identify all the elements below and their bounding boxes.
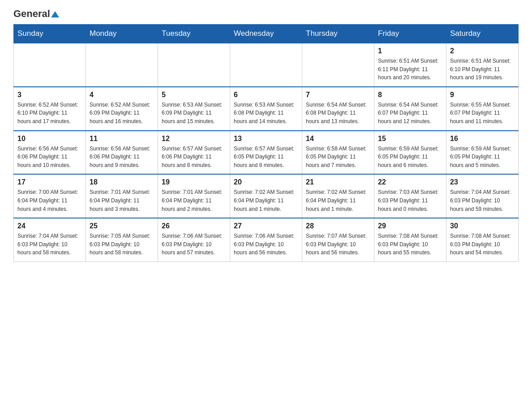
- day-info: Sunrise: 7:01 AM Sunset: 6:04 PM Dayligh…: [90, 188, 154, 213]
- day-number: 26: [162, 222, 226, 230]
- calendar-cell: 13Sunrise: 6:57 AM Sunset: 6:05 PM Dayli…: [230, 131, 302, 175]
- day-info: Sunrise: 6:53 AM Sunset: 6:08 PM Dayligh…: [234, 101, 298, 126]
- day-info: Sunrise: 7:05 AM Sunset: 6:03 PM Dayligh…: [90, 232, 154, 257]
- calendar-cell: 1Sunrise: 6:51 AM Sunset: 6:11 PM Daylig…: [374, 43, 446, 87]
- day-number: 13: [234, 135, 298, 143]
- day-number: 6: [234, 91, 298, 99]
- calendar-cell: 2Sunrise: 6:51 AM Sunset: 6:10 PM Daylig…: [446, 43, 519, 87]
- calendar-cell: 7Sunrise: 6:54 AM Sunset: 6:08 PM Daylig…: [302, 87, 374, 131]
- day-number: 23: [450, 178, 515, 186]
- weekday-header-row: SundayMondayTuesdayWednesdayThursdayFrid…: [14, 25, 519, 43]
- calendar-table: SundayMondayTuesdayWednesdayThursdayFrid…: [13, 24, 519, 262]
- day-info: Sunrise: 7:07 AM Sunset: 6:03 PM Dayligh…: [306, 232, 370, 257]
- logo: General: [13, 9, 59, 20]
- calendar-cell: 14Sunrise: 6:58 AM Sunset: 6:05 PM Dayli…: [302, 131, 374, 175]
- calendar-cell: 3Sunrise: 6:52 AM Sunset: 6:10 PM Daylig…: [14, 87, 86, 131]
- day-info: Sunrise: 6:56 AM Sunset: 6:06 PM Dayligh…: [17, 145, 82, 170]
- day-info: Sunrise: 6:51 AM Sunset: 6:11 PM Dayligh…: [378, 57, 442, 82]
- day-info: Sunrise: 6:55 AM Sunset: 6:07 PM Dayligh…: [450, 101, 515, 126]
- day-number: 22: [378, 178, 442, 186]
- day-info: Sunrise: 6:54 AM Sunset: 6:07 PM Dayligh…: [378, 101, 442, 126]
- day-number: 10: [17, 135, 82, 143]
- day-info: Sunrise: 7:08 AM Sunset: 6:03 PM Dayligh…: [378, 232, 442, 257]
- logo-line1: General: [13, 9, 59, 19]
- weekday-header-thursday: Thursday: [302, 25, 374, 43]
- week-row-2: 3Sunrise: 6:52 AM Sunset: 6:10 PM Daylig…: [14, 87, 519, 131]
- weekday-header-friday: Friday: [374, 25, 446, 43]
- day-number: 15: [378, 135, 442, 143]
- calendar-cell: 27Sunrise: 7:06 AM Sunset: 6:03 PM Dayli…: [230, 218, 302, 261]
- calendar-cell: 16Sunrise: 6:59 AM Sunset: 6:05 PM Dayli…: [446, 131, 519, 175]
- calendar-cell: 20Sunrise: 7:02 AM Sunset: 6:04 PM Dayli…: [230, 174, 302, 218]
- week-row-1: 1Sunrise: 6:51 AM Sunset: 6:11 PM Daylig…: [14, 43, 519, 87]
- weekday-header-tuesday: Tuesday: [158, 25, 230, 43]
- calendar-cell: 26Sunrise: 7:06 AM Sunset: 6:03 PM Dayli…: [158, 218, 230, 261]
- day-number: 29: [378, 222, 442, 230]
- day-info: Sunrise: 7:06 AM Sunset: 6:03 PM Dayligh…: [234, 232, 298, 257]
- day-info: Sunrise: 6:51 AM Sunset: 6:10 PM Dayligh…: [450, 57, 515, 82]
- weekday-header-saturday: Saturday: [446, 25, 519, 43]
- calendar-cell: 12Sunrise: 6:57 AM Sunset: 6:06 PM Dayli…: [158, 131, 230, 175]
- calendar-cell: 21Sunrise: 7:02 AM Sunset: 6:04 PM Dayli…: [302, 174, 374, 218]
- day-number: 17: [17, 178, 82, 186]
- day-number: 8: [378, 91, 442, 99]
- calendar-cell: 6Sunrise: 6:53 AM Sunset: 6:08 PM Daylig…: [230, 87, 302, 131]
- calendar-cell: 25Sunrise: 7:05 AM Sunset: 6:03 PM Dayli…: [86, 218, 158, 261]
- day-info: Sunrise: 6:52 AM Sunset: 6:10 PM Dayligh…: [17, 101, 82, 126]
- calendar-cell: 22Sunrise: 7:03 AM Sunset: 6:03 PM Dayli…: [374, 174, 446, 218]
- calendar-cell: 5Sunrise: 6:53 AM Sunset: 6:09 PM Daylig…: [158, 87, 230, 131]
- day-number: 7: [306, 91, 370, 99]
- calendar-cell: 17Sunrise: 7:00 AM Sunset: 6:04 PM Dayli…: [14, 174, 86, 218]
- calendar-cell: 28Sunrise: 7:07 AM Sunset: 6:03 PM Dayli…: [302, 218, 374, 261]
- day-number: 19: [162, 178, 226, 186]
- calendar-cell: 29Sunrise: 7:08 AM Sunset: 6:03 PM Dayli…: [374, 218, 446, 261]
- day-info: Sunrise: 7:06 AM Sunset: 6:03 PM Dayligh…: [162, 232, 226, 257]
- day-info: Sunrise: 6:58 AM Sunset: 6:05 PM Dayligh…: [306, 145, 370, 170]
- day-info: Sunrise: 6:59 AM Sunset: 6:05 PM Dayligh…: [378, 145, 442, 170]
- calendar-cell: [14, 43, 86, 87]
- day-number: 28: [306, 222, 370, 230]
- week-row-4: 17Sunrise: 7:00 AM Sunset: 6:04 PM Dayli…: [14, 174, 519, 218]
- day-info: Sunrise: 6:56 AM Sunset: 6:06 PM Dayligh…: [90, 145, 154, 170]
- calendar-cell: 11Sunrise: 6:56 AM Sunset: 6:06 PM Dayli…: [86, 131, 158, 175]
- calendar-cell: 23Sunrise: 7:04 AM Sunset: 6:03 PM Dayli…: [446, 174, 519, 218]
- calendar-cell: 19Sunrise: 7:01 AM Sunset: 6:04 PM Dayli…: [158, 174, 230, 218]
- calendar-cell: [302, 43, 374, 87]
- weekday-header-wednesday: Wednesday: [230, 25, 302, 43]
- day-info: Sunrise: 6:57 AM Sunset: 6:05 PM Dayligh…: [234, 145, 298, 170]
- calendar-cell: [86, 43, 158, 87]
- day-info: Sunrise: 6:57 AM Sunset: 6:06 PM Dayligh…: [162, 145, 226, 170]
- day-number: 12: [162, 135, 226, 143]
- calendar-cell: 4Sunrise: 6:52 AM Sunset: 6:09 PM Daylig…: [86, 87, 158, 131]
- day-number: 1: [378, 47, 442, 55]
- day-info: Sunrise: 7:08 AM Sunset: 6:03 PM Dayligh…: [450, 232, 515, 257]
- day-number: 5: [162, 91, 226, 99]
- day-number: 16: [450, 135, 515, 143]
- day-number: 4: [90, 91, 154, 99]
- day-info: Sunrise: 7:02 AM Sunset: 6:04 PM Dayligh…: [234, 188, 298, 213]
- page-header: General: [13, 9, 519, 20]
- calendar-cell: 10Sunrise: 6:56 AM Sunset: 6:06 PM Dayli…: [14, 131, 86, 175]
- week-row-5: 24Sunrise: 7:04 AM Sunset: 6:03 PM Dayli…: [14, 218, 519, 261]
- day-number: 21: [306, 178, 370, 186]
- weekday-header-monday: Monday: [86, 25, 158, 43]
- calendar-cell: 18Sunrise: 7:01 AM Sunset: 6:04 PM Dayli…: [86, 174, 158, 218]
- day-info: Sunrise: 7:04 AM Sunset: 6:03 PM Dayligh…: [17, 232, 82, 257]
- weekday-header-sunday: Sunday: [14, 25, 86, 43]
- day-number: 24: [17, 222, 82, 230]
- day-info: Sunrise: 7:03 AM Sunset: 6:03 PM Dayligh…: [378, 188, 442, 213]
- calendar-cell: 24Sunrise: 7:04 AM Sunset: 6:03 PM Dayli…: [14, 218, 86, 261]
- day-number: 20: [234, 178, 298, 186]
- day-info: Sunrise: 7:04 AM Sunset: 6:03 PM Dayligh…: [450, 188, 515, 213]
- day-info: Sunrise: 6:52 AM Sunset: 6:09 PM Dayligh…: [90, 101, 154, 126]
- day-info: Sunrise: 6:59 AM Sunset: 6:05 PM Dayligh…: [450, 145, 515, 170]
- calendar-cell: 30Sunrise: 7:08 AM Sunset: 6:03 PM Dayli…: [446, 218, 519, 261]
- day-number: 2: [450, 47, 515, 55]
- day-info: Sunrise: 7:02 AM Sunset: 6:04 PM Dayligh…: [306, 188, 370, 213]
- day-number: 3: [17, 91, 82, 99]
- calendar-cell: [158, 43, 230, 87]
- day-number: 18: [90, 178, 154, 186]
- day-info: Sunrise: 6:54 AM Sunset: 6:08 PM Dayligh…: [306, 101, 370, 126]
- day-info: Sunrise: 7:01 AM Sunset: 6:04 PM Dayligh…: [162, 188, 226, 213]
- day-number: 27: [234, 222, 298, 230]
